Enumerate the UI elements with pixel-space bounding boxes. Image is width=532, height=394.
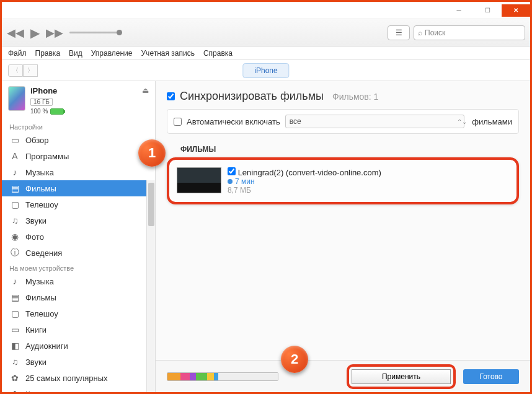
sync-count: Фильмов: 1	[332, 92, 378, 102]
film-icon: ▤	[9, 183, 20, 193]
sidebar-item-films[interactable]: ▤Фильмы	[2, 180, 155, 196]
sidebar-item-label: Музыка	[25, 168, 54, 177]
maximize-button[interactable]: ☐	[473, 4, 502, 17]
device-tab[interactable]: iPhone	[242, 63, 289, 78]
film-duration: 7 мин	[235, 177, 255, 186]
sidebar-item-label: Обзор	[25, 136, 49, 145]
device-capacity: 16 ГБ	[30, 98, 53, 106]
sidebar-od-top25[interactable]: ✿25 самых популярных	[2, 370, 155, 386]
audiobook-icon: ◧	[9, 341, 20, 351]
battery-icon	[50, 108, 64, 115]
book-icon: ▭	[9, 325, 20, 335]
apps-icon: A	[9, 151, 20, 161]
menu-account[interactable]: Учетная запись	[141, 49, 195, 58]
sidebar-item-label: Фото	[25, 232, 44, 242]
film-item[interactable]: Leningrad(2) (convert-video-online.com) …	[177, 167, 509, 195]
film-thumbnail	[177, 167, 221, 193]
film-icon: ▤	[9, 292, 20, 302]
sidebar-od-tones[interactable]: ♫Звуки	[2, 354, 155, 370]
menubar: Файл Правка Вид Управление Учетная запис…	[2, 46, 530, 60]
sidebar-item-photos[interactable]: ◉Фото	[2, 229, 155, 245]
play-icon[interactable]: ▶	[30, 25, 40, 40]
device-header: iPhone 16 ГБ 100 % ⏏	[2, 81, 155, 120]
sidebar-item-tones[interactable]: ♫Звуки	[2, 212, 155, 229]
music-icon: ♪	[9, 276, 20, 286]
menu-controls[interactable]: Управление	[91, 49, 133, 58]
sidebar-item-label: Фильмы	[25, 184, 56, 193]
sidebar-item-label: Телешоу	[25, 309, 58, 318]
film-highlight-box: Leningrad(2) (convert-video-online.com) …	[167, 157, 519, 204]
volume-slider[interactable]	[69, 32, 119, 33]
smartlist-icon: ✿	[9, 373, 20, 383]
sidebar-item-tvshows[interactable]: ▢Телешоу	[2, 196, 155, 212]
sidebar: iPhone 16 ГБ 100 % ⏏ Настройки ▭Обзор AП…	[2, 81, 156, 392]
menu-file[interactable]: Файл	[8, 49, 27, 58]
sidebar-item-label: Сведения	[25, 248, 62, 258]
sidebar-item-overview[interactable]: ▭Обзор	[2, 132, 155, 148]
sidebar-item-label: Фильмы	[25, 293, 56, 302]
titlebar: ─ ☐ ✕	[2, 2, 530, 19]
list-view-button[interactable]: ☰	[388, 25, 410, 40]
info-icon: ⓘ	[9, 247, 20, 258]
nav-row: 〈 〉 iPhone	[2, 60, 530, 81]
sidebar-item-label: Программы	[25, 152, 69, 161]
sidebar-item-info[interactable]: ⓘСведения	[2, 245, 155, 261]
bottom-bar: Применить Готово	[156, 360, 530, 392]
film-title-text: Leningrad(2) (convert-video-online.com)	[238, 168, 381, 177]
sidebar-od-classical[interactable]: ✿Классическая музыка	[2, 386, 155, 392]
overview-icon: ▭	[9, 135, 20, 145]
sidebar-item-label: Звуки	[25, 357, 47, 367]
search-placeholder: Поиск	[425, 28, 445, 37]
sync-title: Синхронизировать фильмы	[180, 90, 324, 103]
tv-icon: ▢	[9, 309, 20, 318]
smartlist-icon: ✿	[9, 389, 20, 392]
sidebar-item-music[interactable]: ♪Музыка	[2, 164, 155, 180]
auto-include-row: Автоматически включать все ⌃⌄ фильмами	[167, 109, 519, 134]
storage-bar	[167, 372, 278, 381]
sidebar-item-label: Классическая музыка	[25, 390, 107, 393]
sidebar-item-label: Телешоу	[25, 200, 58, 209]
list-icon: ☰	[396, 28, 402, 37]
unwatched-dot-icon	[228, 179, 233, 184]
next-icon[interactable]: ▶▶	[46, 26, 63, 40]
sidebar-item-label: Аудиокниги	[25, 341, 68, 351]
sidebar-scrollbar[interactable]	[146, 180, 155, 392]
tv-icon: ▢	[9, 199, 20, 209]
main-panel: Синхронизировать фильмы Фильмов: 1 Автом…	[156, 81, 530, 392]
menu-edit[interactable]: Правка	[35, 49, 61, 58]
menu-view[interactable]: Вид	[69, 49, 82, 58]
apply-button[interactable]: Применить	[352, 369, 451, 384]
prev-icon[interactable]: ◀◀	[7, 26, 24, 40]
device-thumb-icon	[8, 86, 25, 111]
annotation-marker-2: 2	[281, 346, 308, 373]
minimize-button[interactable]: ─	[445, 4, 473, 17]
auto-include-select[interactable]: все	[285, 115, 465, 128]
auto-include-suffix: фильмами	[472, 117, 512, 126]
auto-include-checkbox[interactable]	[174, 118, 182, 126]
eject-icon[interactable]: ⏏	[142, 86, 149, 95]
auto-include-label: Автоматически включать	[187, 117, 280, 126]
films-section-header: ФИЛЬМЫ	[156, 140, 530, 157]
sidebar-item-label: Звуки	[25, 216, 47, 225]
sidebar-od-books[interactable]: ▭Книги	[2, 322, 155, 338]
sidebar-od-audiobooks[interactable]: ◧Аудиокниги	[2, 338, 155, 354]
nav-back-button[interactable]: 〈	[8, 64, 23, 77]
sidebar-od-films[interactable]: ▤Фильмы	[2, 289, 155, 305]
sidebar-item-label: 25 самых популярных	[25, 374, 108, 383]
search-input[interactable]: ⌕ Поиск	[414, 25, 525, 40]
sidebar-item-apps[interactable]: AПрограммы	[2, 148, 155, 164]
music-icon: ♪	[9, 167, 20, 177]
search-icon: ⌕	[418, 28, 422, 37]
nav-forward-button[interactable]: 〉	[23, 64, 38, 77]
menu-help[interactable]: Справка	[203, 49, 233, 58]
photo-icon: ◉	[9, 232, 20, 242]
sidebar-od-tvshows[interactable]: ▢Телешоу	[2, 305, 155, 322]
sidebar-od-music[interactable]: ♪Музыка	[2, 273, 155, 289]
tones-icon: ♫	[9, 216, 20, 225]
sync-films-checkbox[interactable]	[167, 92, 175, 100]
done-button[interactable]: Готово	[463, 369, 519, 384]
close-button[interactable]: ✕	[502, 4, 530, 17]
player-toolbar: ◀◀ ▶ ▶▶ ☰ ⌕ Поиск	[2, 19, 530, 46]
film-checkbox[interactable]	[228, 167, 236, 175]
battery-percent: 100 %	[30, 108, 48, 115]
